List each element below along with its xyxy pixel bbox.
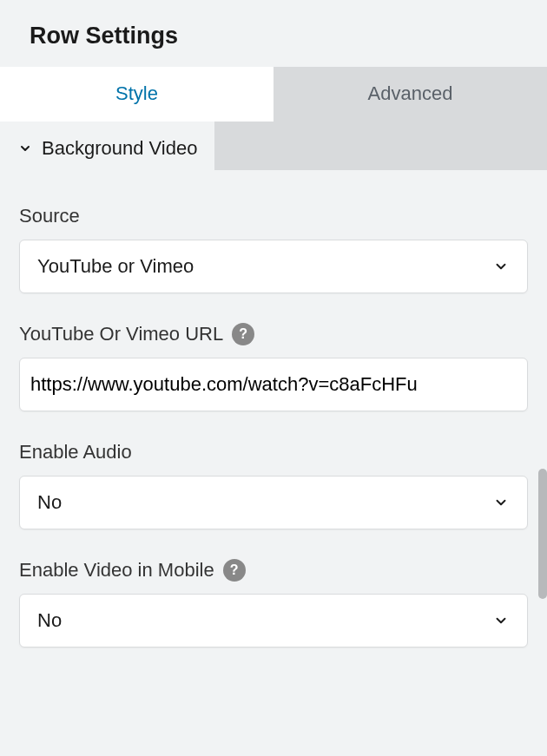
inactive-panel-fill [214,122,547,170]
scrollbar[interactable] [538,469,547,599]
select-enable-video-mobile[interactable]: No [19,594,528,648]
page-title: Row Settings [0,0,547,67]
select-source[interactable]: YouTube or Vimeo [19,240,528,293]
label-url-text: YouTube Or Vimeo URL [19,323,223,345]
field-group-enable-video-mobile: Enable Video in Mobile ? No [19,559,528,648]
tab-advanced[interactable]: Advanced [274,67,547,122]
label-enable-video-mobile-text: Enable Video in Mobile [19,559,214,582]
select-enable-audio[interactable]: No [19,476,528,529]
field-group-source: Source YouTube or Vimeo [19,205,528,293]
label-source: Source [19,205,528,227]
section-title: Background Video [42,137,197,160]
chevron-down-icon [492,258,510,275]
select-enable-audio-value: No [37,491,62,514]
input-url[interactable] [30,373,517,396]
label-enable-audio: Enable Audio [19,441,528,463]
form-body: Source YouTube or Vimeo YouTube Or Vimeo… [0,174,547,694]
select-source-value: YouTube or Vimeo [37,255,194,278]
help-icon[interactable]: ? [223,559,246,582]
chevron-down-icon [492,612,510,629]
help-icon[interactable]: ? [232,323,254,345]
chevron-down-icon [492,494,510,511]
label-enable-video-mobile: Enable Video in Mobile ? [19,559,528,582]
select-enable-video-mobile-value: No [37,609,62,632]
tab-style[interactable]: Style [0,67,274,122]
field-group-url: YouTube Or Vimeo URL ? [19,323,528,411]
chevron-down-icon [17,141,33,156]
field-group-enable-audio: Enable Audio No [19,441,528,529]
input-url-wrapper [19,358,528,411]
label-url: YouTube Or Vimeo URL ? [19,323,528,345]
tabs-container: Style Advanced [0,67,547,122]
section-header-row: Background Video [0,122,547,174]
section-toggle-background-video[interactable]: Background Video [0,123,214,174]
